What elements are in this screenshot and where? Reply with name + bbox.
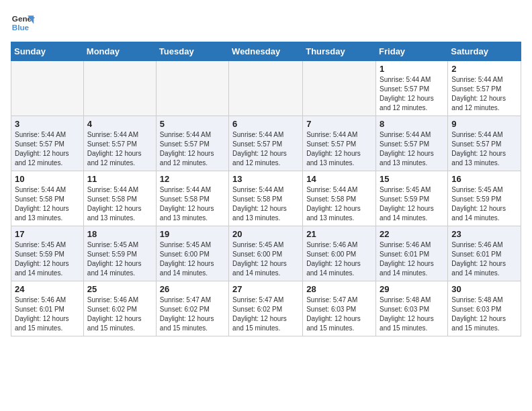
weekday-header-tuesday: Tuesday (156, 42, 228, 61)
calendar-cell: 1Sunrise: 5:44 AMSunset: 5:57 PMDaylight… (376, 61, 448, 116)
weekday-header-saturday: Saturday (448, 42, 521, 61)
day-number: 6 (232, 119, 299, 129)
calendar-cell: 10Sunrise: 5:44 AMSunset: 5:58 PMDayligh… (11, 171, 84, 226)
day-info: Sunrise: 5:44 AMSunset: 5:58 PMDaylight:… (232, 185, 299, 223)
day-info: Sunrise: 5:46 AMSunset: 6:01 PMDaylight:… (451, 240, 517, 278)
calendar-cell: 21Sunrise: 5:46 AMSunset: 6:00 PMDayligh… (303, 226, 376, 281)
calendar-cell (229, 61, 303, 116)
day-info: Sunrise: 5:45 AMSunset: 5:59 PMDaylight:… (87, 240, 152, 278)
day-number: 30 (451, 284, 517, 294)
calendar-cell: 20Sunrise: 5:45 AMSunset: 6:00 PMDayligh… (229, 226, 303, 281)
calendar-cell: 17Sunrise: 5:45 AMSunset: 5:59 PMDayligh… (11, 226, 84, 281)
calendar-cell: 11Sunrise: 5:44 AMSunset: 5:58 PMDayligh… (83, 171, 156, 226)
day-info: Sunrise: 5:45 AMSunset: 5:59 PMDaylight:… (380, 185, 444, 223)
day-number: 29 (380, 284, 444, 294)
day-info: Sunrise: 5:46 AMSunset: 6:01 PMDaylight:… (380, 240, 444, 278)
week-row-1: 1Sunrise: 5:44 AMSunset: 5:57 PMDaylight… (11, 61, 521, 116)
day-info: Sunrise: 5:44 AMSunset: 5:57 PMDaylight:… (451, 130, 517, 168)
weekday-header-friday: Friday (376, 42, 448, 61)
logo: General Blue (11, 11, 35, 35)
day-number: 21 (306, 229, 372, 239)
day-number: 14 (306, 174, 372, 184)
calendar-cell: 4Sunrise: 5:44 AMSunset: 5:57 PMDaylight… (83, 116, 156, 171)
calendar-cell: 29Sunrise: 5:48 AMSunset: 6:03 PMDayligh… (376, 281, 448, 336)
day-number: 24 (15, 284, 80, 294)
day-number: 26 (160, 284, 225, 294)
day-info: Sunrise: 5:44 AMSunset: 5:57 PMDaylight:… (380, 130, 444, 168)
day-info: Sunrise: 5:44 AMSunset: 5:57 PMDaylight:… (87, 130, 152, 168)
day-info: Sunrise: 5:47 AMSunset: 6:02 PMDaylight:… (160, 295, 225, 333)
day-number: 11 (87, 174, 152, 184)
day-number: 19 (160, 229, 225, 239)
calendar-cell: 25Sunrise: 5:46 AMSunset: 6:02 PMDayligh… (83, 281, 156, 336)
calendar-cell: 19Sunrise: 5:45 AMSunset: 6:00 PMDayligh… (156, 226, 228, 281)
day-info: Sunrise: 5:46 AMSunset: 6:01 PMDaylight:… (15, 295, 80, 333)
day-number: 16 (451, 174, 517, 184)
calendar-cell (83, 61, 156, 116)
day-info: Sunrise: 5:44 AMSunset: 5:57 PMDaylight:… (380, 75, 444, 113)
calendar-cell: 14Sunrise: 5:44 AMSunset: 5:58 PMDayligh… (303, 171, 376, 226)
day-info: Sunrise: 5:44 AMSunset: 5:58 PMDaylight:… (160, 185, 225, 223)
calendar-cell: 27Sunrise: 5:47 AMSunset: 6:02 PMDayligh… (229, 281, 303, 336)
day-info: Sunrise: 5:46 AMSunset: 6:00 PMDaylight:… (306, 240, 372, 278)
calendar-cell: 5Sunrise: 5:44 AMSunset: 5:57 PMDaylight… (156, 116, 228, 171)
day-info: Sunrise: 5:46 AMSunset: 6:02 PMDaylight:… (87, 295, 152, 333)
calendar-cell: 28Sunrise: 5:47 AMSunset: 6:03 PMDayligh… (303, 281, 376, 336)
calendar-cell: 2Sunrise: 5:44 AMSunset: 5:57 PMDaylight… (448, 61, 521, 116)
day-number: 10 (15, 174, 80, 184)
day-info: Sunrise: 5:47 AMSunset: 6:03 PMDaylight:… (306, 295, 372, 333)
day-number: 12 (160, 174, 225, 184)
calendar-cell: 15Sunrise: 5:45 AMSunset: 5:59 PMDayligh… (376, 171, 448, 226)
calendar-cell: 6Sunrise: 5:44 AMSunset: 5:57 PMDaylight… (229, 116, 303, 171)
day-number: 1 (380, 64, 444, 74)
day-number: 28 (306, 284, 372, 294)
week-row-2: 3Sunrise: 5:44 AMSunset: 5:57 PMDaylight… (11, 116, 521, 171)
calendar-cell: 18Sunrise: 5:45 AMSunset: 5:59 PMDayligh… (83, 226, 156, 281)
day-info: Sunrise: 5:45 AMSunset: 5:59 PMDaylight:… (15, 240, 80, 278)
day-number: 27 (232, 284, 299, 294)
weekday-header-thursday: Thursday (303, 42, 376, 61)
day-info: Sunrise: 5:44 AMSunset: 5:57 PMDaylight:… (15, 130, 80, 168)
day-info: Sunrise: 5:45 AMSunset: 6:00 PMDaylight:… (160, 240, 225, 278)
day-number: 13 (232, 174, 299, 184)
weekday-header-row: SundayMondayTuesdayWednesdayThursdayFrid… (11, 42, 521, 61)
day-number: 7 (306, 119, 372, 129)
calendar-cell: 12Sunrise: 5:44 AMSunset: 5:58 PMDayligh… (156, 171, 228, 226)
calendar-cell: 3Sunrise: 5:44 AMSunset: 5:57 PMDaylight… (11, 116, 84, 171)
day-number: 9 (451, 119, 517, 129)
week-row-4: 17Sunrise: 5:45 AMSunset: 5:59 PMDayligh… (11, 226, 521, 281)
calendar-cell: 22Sunrise: 5:46 AMSunset: 6:01 PMDayligh… (376, 226, 448, 281)
logo-icon: General Blue (11, 11, 35, 35)
day-info: Sunrise: 5:47 AMSunset: 6:02 PMDaylight:… (232, 295, 299, 333)
svg-text:Blue: Blue (12, 23, 30, 32)
calendar-table: SundayMondayTuesdayWednesdayThursdayFrid… (11, 42, 521, 336)
calendar-cell (11, 61, 84, 116)
day-number: 3 (15, 119, 80, 129)
week-row-5: 24Sunrise: 5:46 AMSunset: 6:01 PMDayligh… (11, 281, 521, 336)
calendar-cell: 16Sunrise: 5:45 AMSunset: 5:59 PMDayligh… (448, 171, 521, 226)
day-info: Sunrise: 5:44 AMSunset: 5:58 PMDaylight:… (87, 185, 152, 223)
day-info: Sunrise: 5:44 AMSunset: 5:57 PMDaylight:… (160, 130, 225, 168)
calendar-cell (156, 61, 228, 116)
calendar-cell: 7Sunrise: 5:44 AMSunset: 5:57 PMDaylight… (303, 116, 376, 171)
calendar-cell: 23Sunrise: 5:46 AMSunset: 6:01 PMDayligh… (448, 226, 521, 281)
day-info: Sunrise: 5:45 AMSunset: 5:59 PMDaylight:… (451, 185, 517, 223)
calendar-cell: 9Sunrise: 5:44 AMSunset: 5:57 PMDaylight… (448, 116, 521, 171)
week-row-3: 10Sunrise: 5:44 AMSunset: 5:58 PMDayligh… (11, 171, 521, 226)
day-info: Sunrise: 5:44 AMSunset: 5:57 PMDaylight:… (306, 130, 372, 168)
day-info: Sunrise: 5:44 AMSunset: 5:57 PMDaylight:… (451, 75, 517, 113)
day-number: 4 (87, 119, 152, 129)
calendar-cell: 13Sunrise: 5:44 AMSunset: 5:58 PMDayligh… (229, 171, 303, 226)
day-number: 23 (451, 229, 517, 239)
day-info: Sunrise: 5:44 AMSunset: 5:57 PMDaylight:… (232, 130, 299, 168)
weekday-header-monday: Monday (83, 42, 156, 61)
calendar-cell: 8Sunrise: 5:44 AMSunset: 5:57 PMDaylight… (376, 116, 448, 171)
calendar-cell: 26Sunrise: 5:47 AMSunset: 6:02 PMDayligh… (156, 281, 228, 336)
day-number: 5 (160, 119, 225, 129)
calendar-cell: 30Sunrise: 5:48 AMSunset: 6:03 PMDayligh… (448, 281, 521, 336)
calendar-cell (303, 61, 376, 116)
day-info: Sunrise: 5:44 AMSunset: 5:58 PMDaylight:… (15, 185, 80, 223)
weekday-header-sunday: Sunday (11, 42, 84, 61)
weekday-header-wednesday: Wednesday (229, 42, 303, 61)
day-number: 20 (232, 229, 299, 239)
